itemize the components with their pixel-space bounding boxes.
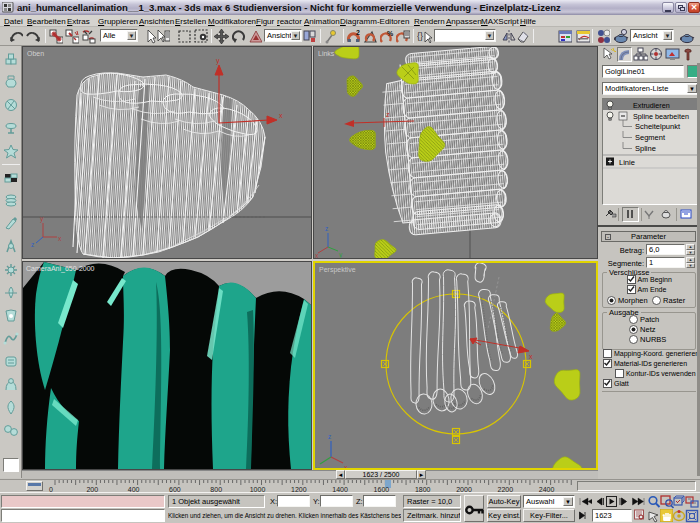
svg-text:{}: {} [417,31,423,41]
svg-text:Extrudieren: Extrudieren [633,101,670,110]
svg-text:Spline: Spline [635,144,656,153]
svg-text:2: 2 [356,29,360,36]
svg-text:Spline bearbeiten: Spline bearbeiten [633,112,689,121]
svg-text:Links: Links [318,50,335,57]
svg-text:%: % [387,30,394,37]
svg-text:y: y [216,57,220,65]
svg-text:z: z [325,225,328,232]
svg-text:Linie: Linie [619,158,635,167]
svg-text:Oben: Oben [27,50,44,57]
svg-text:z: z [386,111,390,118]
svg-text:z: z [328,433,331,440]
svg-text:Perspektive: Perspektive [319,266,356,274]
svg-text:x: x [529,353,533,360]
svg-text:x: x [279,112,283,119]
svg-text:Scheitelpunkt: Scheitelpunkt [635,122,681,131]
svg-text:Segment: Segment [635,133,666,142]
svg-text:CameraAni_650-2000: CameraAni_650-2000 [26,265,95,273]
svg-text:z: z [31,241,34,248]
